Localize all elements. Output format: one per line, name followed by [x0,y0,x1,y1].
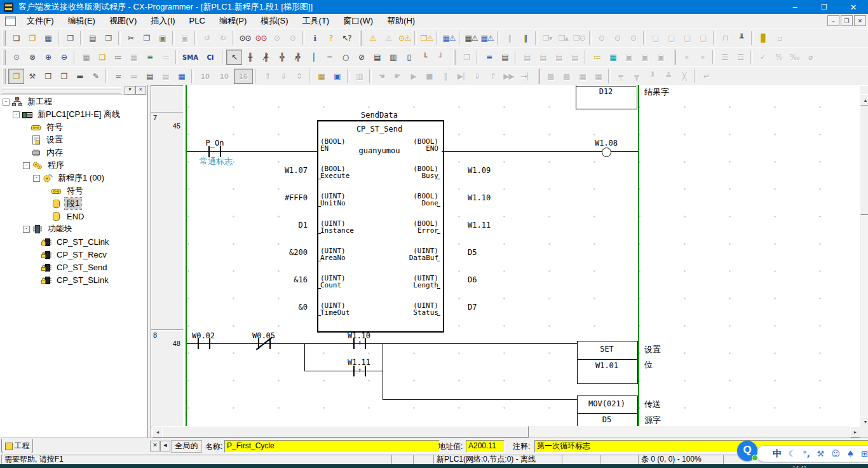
force-set-icon[interactable]: ▊ [756,31,771,46]
tree-item-新程序1 (00)[interactable]: -新程序1 (00) [0,172,147,184]
view-sma-icon[interactable]: SMA [180,50,201,65]
new-horizontal-line-icon[interactable]: ─ [322,50,337,65]
horizontal-scroll-thumb[interactable] [162,426,529,437]
window-new-icon[interactable]: ❒ [40,69,56,84]
close-button[interactable]: ✕ [839,0,868,14]
zoom-in-icon[interactable]: ⊕ [40,50,56,65]
workspace-pin-button[interactable]: ▼ [125,86,135,95]
fb-input-operand-Execute[interactable]: W1.07 [234,167,308,175]
program-check-icon[interactable]: ⊙⚠ [397,31,412,46]
new-closed-or-contact-icon[interactable]: ╬̸ [290,50,306,65]
fb-input-operand-Count[interactable]: &16 [234,276,308,284]
fb-output-operand-Busy[interactable]: W1.09 [468,167,544,175]
toolbar-grip[interactable] [673,50,676,65]
new-contact-icon[interactable]: ╫ [242,50,258,65]
print-preview-icon[interactable]: ❒ [100,31,116,46]
work-online-simulator-icon[interactable]: ▦⚠ [479,31,495,46]
new-coil-icon[interactable]: ○ [337,50,353,65]
menu-6[interactable]: 编程(P) [212,14,254,28]
symbol-bar-prev-button[interactable]: ◄ [160,441,170,451]
window-tile-icon[interactable]: ▬ [72,69,88,84]
scroll-up-button[interactable]: ▲ [860,94,868,106]
delete-line-icon[interactable]: ┘ [433,50,449,65]
watch-window-icon[interactable]: ▤ [142,69,158,84]
menu-9[interactable]: 窗口(W) [336,14,380,28]
split-handle[interactable] [860,85,868,95]
menu-7[interactable]: 模拟(S) [254,14,295,28]
new-pb-instruction-icon[interactable]: ▥ [385,50,401,65]
restore-button[interactable]: ❐ [810,0,839,14]
fb-output-operand-Done[interactable]: W1.10 [468,194,544,202]
tree-item-CP_ST_Recv[interactable]: CP_ST_Recv [0,248,147,261]
transfer-options-icon[interactable]: ▦⚠ [441,31,457,46]
tree-expander-icon[interactable]: - [13,111,20,118]
menu-8[interactable]: 工具(T) [295,14,337,28]
tree-item-新工程[interactable]: -新工程 [0,95,147,108]
new-closed-contact-icon[interactable]: ╫̸ [258,50,274,65]
menu-4[interactable]: 插入(I) [144,14,182,28]
paste-icon[interactable]: ▣ [154,31,170,46]
fb-input-operand-UnitNo[interactable]: #FFF0 [234,194,308,202]
menu-3[interactable]: 视图(V) [102,14,144,28]
menu-1[interactable]: 文件(F) [20,14,61,28]
context-help-icon[interactable]: ↖? [339,31,355,46]
fb-definitions-icon[interactable]: ≡ [481,50,497,65]
print-icon[interactable]: ▤ [85,31,100,46]
toolbar-grip[interactable] [453,50,456,65]
tree-item-CP_ST_Send[interactable]: CP_ST_Send [0,261,147,273]
apps-grid-icon[interactable]: ⊞ [861,449,868,458]
mdi-restore-button[interactable]: ❐ [841,15,853,26]
toolbar-grip[interactable] [3,31,6,46]
contact-w0-02[interactable]: W0.02 [184,331,222,340]
new-project-icon[interactable]: ❏ [8,31,24,46]
mov-operand[interactable]: D5 [577,415,637,424]
window-float-icon[interactable]: ❐ [8,69,24,84]
open-project-icon[interactable]: ❐ [24,31,40,46]
tree-expander-icon[interactable]: - [33,175,40,182]
symbol-bar-close-button[interactable]: ✕ [150,441,160,451]
fb-output-operand-Status[interactable]: D7 [468,303,544,312]
about-icon[interactable]: ℹ [307,31,323,46]
new-instruction-icon[interactable]: ▤ [369,50,385,65]
contact-p-on[interactable]: P_On [196,139,234,148]
drag-grip[interactable] [2,90,121,93]
new-closed-coil-icon[interactable]: ⊘ [353,50,369,65]
auto-online-icon[interactable]: ▣ [329,69,345,84]
selection-tool-icon[interactable]: ↖ [226,50,242,65]
fb-input-operand-AreaNo[interactable]: &200 [234,249,308,257]
memory-view-icon[interactable]: ▦ [173,69,189,84]
instruction-operand[interactable]: D12 [576,88,636,96]
zoom-to-selection-icon[interactable]: ⊙ [8,50,24,65]
tree-item-程序[interactable]: -程序 [0,159,147,172]
compile-program-icon[interactable]: ⚠ [365,31,381,46]
tree-item-新PLC1[CP1H-E] 离线[interactable]: -新PLC1[CP1H-E] 离线 [0,108,147,121]
work-online-lock-icon[interactable]: ▦ [313,69,329,84]
menu-5[interactable]: PLC [182,14,212,28]
fb-input-operand-TimeOut[interactable]: &0 [234,303,308,312]
skin-icon[interactable]: ♠ [847,449,855,458]
moon-icon[interactable]: ☾ [789,449,796,458]
work-online-icon[interactable]: ▦⚠ [463,31,479,46]
fb-output-operand-DataBuf[interactable]: D5 [468,249,544,257]
tree-expander-icon[interactable]: - [23,226,30,233]
contact-w0-05[interactable]: W0.05 [245,331,283,340]
coil-w1-08[interactable] [602,148,611,157]
punctuation-icon[interactable]: °, [803,449,810,458]
ime-mode-chinese[interactable]: 中 [773,448,782,460]
exit-simulator-icon[interactable]: ∥ [517,31,533,46]
new-or-contact-icon[interactable]: ╬ [274,50,290,65]
fb-instance-list-icon[interactable]: ≔ [589,50,605,65]
cut-icon[interactable]: ✂ [123,31,139,46]
save-project-icon[interactable]: ▦ [40,31,56,46]
tree-item-符号[interactable]: 符号 [0,121,147,134]
fb-output-operand-Error[interactable]: W1.11 [468,221,544,230]
zoom-out-icon[interactable]: ⊖ [56,50,72,65]
help-topics-icon[interactable]: ? [323,31,339,46]
window-cascade-icon[interactable]: ❐ [56,69,72,84]
fb-instance-name[interactable]: SendData [317,111,442,120]
replace-icon[interactable]: ⊙⊙ [253,31,269,46]
mdi-close-button[interactable]: ✕ [854,15,866,26]
tree-item-设置[interactable]: 设置 [0,134,147,146]
tree-item-符号[interactable]: 符号 [0,184,147,197]
mdi-minimize-button[interactable]: – [827,15,839,26]
